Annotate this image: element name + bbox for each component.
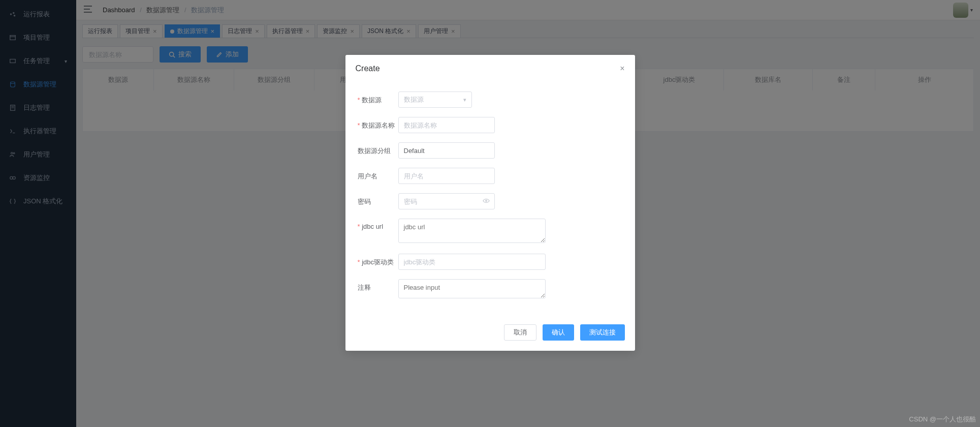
chevron-down-icon: ▾ [463, 97, 466, 103]
jdbcurl-textarea[interactable] [398, 219, 546, 243]
name-input[interactable] [398, 117, 495, 133]
watermark: CSDN @一个人也很酷 [909, 415, 976, 424]
eye-icon[interactable] [483, 197, 490, 206]
label-jdbcurl: jdbc url [358, 219, 398, 230]
driver-input[interactable] [398, 254, 546, 270]
group-input[interactable] [398, 142, 495, 159]
cancel-button[interactable]: 取消 [504, 324, 536, 341]
label-password: 密码 [358, 193, 398, 206]
comment-textarea[interactable] [398, 279, 546, 298]
create-modal: Create × 数据源 数据源 ▾ 数据源名称 数据源分组 [345, 55, 635, 351]
confirm-button[interactable]: 确认 [543, 324, 574, 341]
password-input[interactable] [398, 193, 495, 209]
test-connection-button[interactable]: 测试连接 [580, 324, 625, 341]
select-placeholder: 数据源 [404, 95, 424, 104]
modal-title: Create [356, 64, 380, 73]
close-icon[interactable]: × [620, 64, 624, 73]
label-datasource: 数据源 [358, 92, 398, 105]
label-group: 数据源分组 [358, 142, 398, 156]
label-name: 数据源名称 [358, 117, 398, 130]
username-input[interactable] [398, 168, 495, 184]
label-driver: jdbc驱动类 [358, 254, 398, 267]
label-username: 用户名 [358, 168, 398, 181]
svg-point-20 [485, 200, 487, 201]
label-comment: 注释 [358, 279, 398, 292]
datasource-select[interactable]: 数据源 ▾ [398, 92, 472, 108]
